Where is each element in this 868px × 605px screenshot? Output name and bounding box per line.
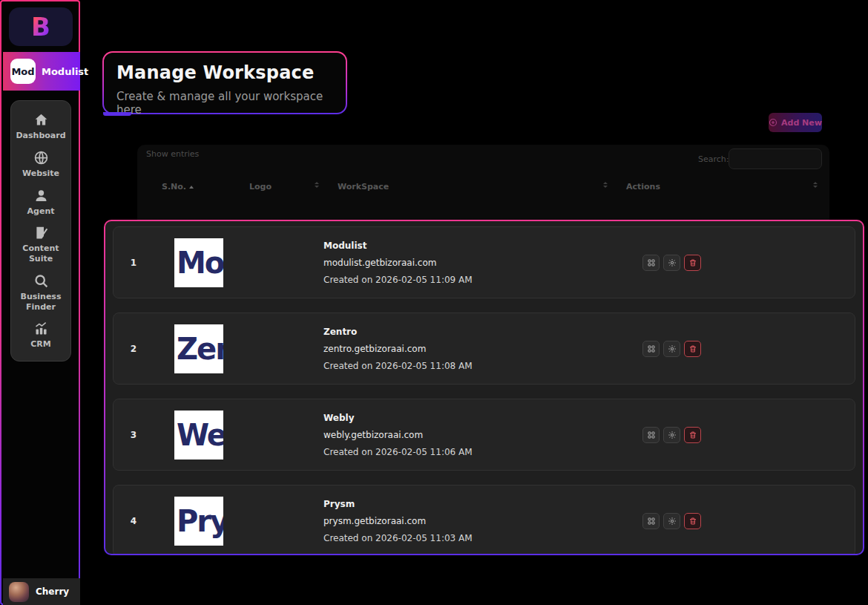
sort-both-icon (603, 182, 608, 188)
workspace-modules-button[interactable] (642, 341, 660, 357)
workspace-modules-button[interactable] (642, 255, 660, 271)
globe-icon (33, 150, 49, 166)
workspace-settings-button[interactable] (663, 255, 680, 271)
sidebar-item-dashboard[interactable]: Dashboard (16, 112, 65, 141)
row-actions (642, 255, 701, 271)
table-row: 1 Mod Modulist modulist.getbizoraai.com … (113, 226, 855, 298)
table-row: 4 Pry Prysm prysm.getbizoraai.com Create… (113, 485, 855, 555)
workspace-settings-button[interactable] (663, 341, 680, 357)
workspace-domain: webly.getbizoraai.com (323, 430, 473, 440)
brand-logo-card: B (9, 7, 73, 46)
workspace-info: Prysm prysm.getbizoraai.com Created on 2… (323, 499, 473, 543)
workspace-settings-button[interactable] (663, 513, 680, 529)
user-menu[interactable]: Cherry (3, 578, 80, 605)
grid-icon (647, 344, 656, 353)
page-subtitle: Create & manage all your workspace here (116, 90, 333, 117)
column-header-logo[interactable]: Logo (249, 182, 272, 192)
table-row: 2 Zen Zentro zentro.getbizoraai.com Crea… (113, 313, 855, 385)
workspace-switcher[interactable]: Mod Modulist (3, 52, 80, 91)
sort-icon-logo[interactable] (315, 182, 319, 188)
workspace-created: Created on 2026-02-05 11:09 AM (323, 275, 473, 285)
row-actions (642, 341, 701, 357)
search-label: Search: (698, 154, 729, 164)
workspace-badge: Mod (10, 59, 36, 84)
grid-icon (647, 258, 656, 267)
grid-icon (647, 431, 656, 439)
workspace-name: Zentro (323, 327, 473, 337)
workspace-delete-button[interactable] (684, 341, 701, 357)
workspace-info: Zentro zentro.getbizoraai.com Created on… (323, 327, 473, 371)
row-actions (642, 513, 701, 529)
header-border-tail (103, 112, 131, 116)
app-screen: Show entries Search: S.No. Logo WorkSpac… (0, 0, 868, 605)
search-input[interactable] (729, 148, 822, 169)
home-icon (33, 112, 49, 128)
workspace-created: Created on 2026-02-05 11:03 AM (323, 533, 473, 543)
trash-icon (688, 431, 697, 439)
sidebar-item-content-suite[interactable]: Content Suite (14, 225, 68, 264)
trash-icon (688, 344, 697, 353)
workspace-domain: zentro.getbizoraai.com (323, 344, 473, 354)
row-number: 4 (125, 485, 142, 555)
gear-icon (668, 258, 677, 267)
sort-both-icon (813, 182, 818, 188)
sidebar-item-crm[interactable]: CRM (30, 321, 51, 350)
workspace-modules-button[interactable] (642, 427, 660, 443)
crm-chart-icon (33, 321, 49, 336)
workspace-logo: Zen (174, 324, 223, 373)
workspace-created: Created on 2026-02-05 11:08 AM (323, 361, 473, 371)
sort-icon-workspace[interactable] (603, 182, 608, 188)
agent-icon (33, 188, 49, 203)
page-title: Manage Workspace (116, 62, 333, 83)
sidebar-nav: Dashboard Website Agent Content Suite Bu… (10, 100, 71, 362)
user-avatar (9, 582, 29, 602)
workspace-settings-button[interactable] (663, 427, 680, 443)
workspace-delete-button[interactable] (684, 513, 701, 529)
column-header-workspace[interactable]: WorkSpace (338, 182, 389, 192)
workspace-logo: We (174, 411, 223, 460)
gear-icon (668, 517, 677, 526)
table-row: 3 We Webly webly.getbizoraai.com Created… (113, 399, 855, 471)
workspace-name: Webly (323, 413, 473, 423)
sort-icon-actions[interactable] (813, 182, 818, 188)
user-name: Cherry (36, 586, 69, 597)
column-header-actions[interactable]: Actions (626, 182, 660, 192)
sort-asc-icon (189, 186, 194, 189)
sidebar-item-business-finder[interactable]: Business Finder (14, 273, 68, 313)
row-number: 3 (125, 399, 142, 470)
workspace-delete-button[interactable] (684, 427, 701, 443)
workspace-domain: prysm.getbizoraai.com (323, 516, 473, 526)
search-icon (33, 273, 49, 289)
workspace-name: Modulist (323, 241, 473, 251)
trash-icon (688, 517, 697, 526)
brand-logo-icon: B (31, 14, 50, 39)
row-number: 1 (125, 227, 142, 298)
row-actions (642, 427, 701, 443)
show-entries-label: Show entries (146, 149, 199, 159)
content-suite-icon (33, 225, 49, 241)
sidebar: B Mod Modulist Dashboard Website Agent C… (0, 0, 80, 605)
workspace-info: Webly webly.getbizoraai.com Created on 2… (323, 413, 473, 457)
workspace-modules-button[interactable] (642, 513, 660, 529)
workspace-info: Modulist modulist.getbizoraai.com Create… (323, 241, 473, 285)
workspace-logo: Pry (174, 497, 223, 546)
gear-icon (668, 431, 677, 439)
workspace-domain: modulist.getbizoraai.com (323, 258, 473, 268)
column-header-sno[interactable]: S.No. (162, 182, 194, 192)
sidebar-item-agent[interactable]: Agent (27, 188, 55, 217)
plus-circle-icon (769, 118, 777, 127)
page-header-card: Manage Workspace Create & manage all you… (102, 51, 347, 114)
sort-both-icon (315, 182, 319, 188)
workspace-table-header-area: Show entries Search: S.No. Logo WorkSpac… (137, 145, 829, 228)
grid-icon (647, 517, 656, 526)
workspace-created: Created on 2026-02-05 11:06 AM (323, 447, 473, 457)
row-number: 2 (125, 313, 142, 384)
workspace-logo: Mod (174, 238, 223, 287)
workspace-switcher-label: Modulist (42, 66, 88, 77)
gear-icon (668, 344, 677, 353)
workspace-list: 1 Mod Modulist modulist.getbizoraai.com … (104, 220, 864, 555)
sidebar-item-website[interactable]: Website (22, 150, 59, 179)
trash-icon (688, 258, 697, 267)
workspace-delete-button[interactable] (684, 255, 701, 271)
add-new-button[interactable]: Add New (769, 113, 822, 132)
